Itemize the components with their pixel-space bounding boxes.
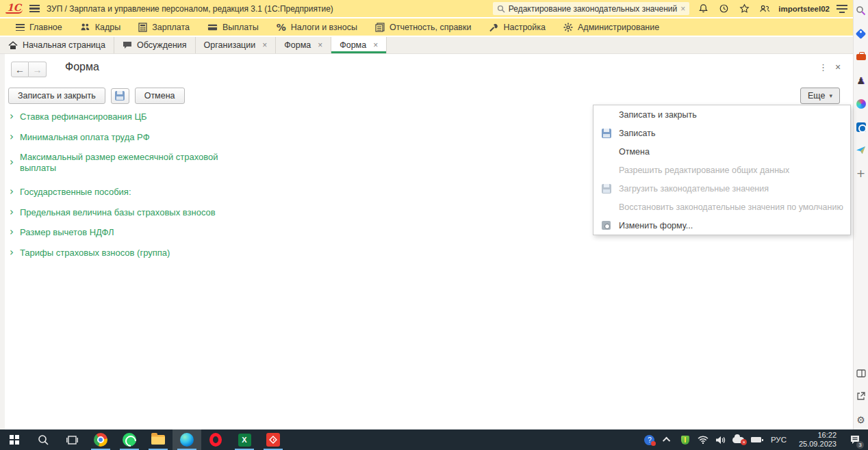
menu-item-restore-default-values: Восстановить законодательные значения по… xyxy=(593,198,850,216)
tree-item-label: Максимальный размер ежемесячной страхово… xyxy=(20,152,238,173)
taskbar-chrome-icon[interactable] xyxy=(86,429,115,450)
window-close-icon[interactable]: × xyxy=(835,62,841,72)
tree-item-label: Предельная величина базы страховых взнос… xyxy=(20,207,216,218)
menu-item-change-form[interactable]: Изменить форму... xyxy=(593,216,850,235)
search-query-text: Редактирование законодательных значений xyxy=(509,4,677,14)
search-clear-icon[interactable]: × xyxy=(680,4,685,14)
menu-item-glavnoe[interactable]: Главное xyxy=(7,18,71,36)
window-menu-dots-icon[interactable]: ⋮ xyxy=(819,62,828,72)
start-button[interactable] xyxy=(0,429,29,450)
save-button[interactable] xyxy=(111,88,129,104)
taskbar-opera-icon[interactable] xyxy=(201,429,230,450)
notification-count-badge: 3 xyxy=(856,441,864,449)
tray-onedrive-error-icon[interactable] xyxy=(731,429,746,450)
tray-wifi-icon[interactable] xyxy=(695,429,711,450)
tab-home[interactable]: Начальная страница xyxy=(0,37,114,53)
sidebar-outlook-icon[interactable] xyxy=(855,121,867,133)
action-center-button[interactable]: 3 xyxy=(845,429,865,450)
tree-item-min-wage[interactable]: › Минимальная оплата труда РФ xyxy=(10,132,297,143)
command-bar: Записать и закрыть Отмена xyxy=(8,88,185,104)
tree-item-state-benefits[interactable]: › Государственные пособия: xyxy=(10,187,297,198)
save-icon xyxy=(602,129,611,138)
gear-icon xyxy=(563,23,573,32)
more-button[interactable]: Еще ▾ xyxy=(800,88,840,104)
tab-discussions[interactable]: Обсуждения xyxy=(114,37,196,53)
tray-volume-icon[interactable] xyxy=(713,429,728,450)
tray-chevron-up-icon[interactable] xyxy=(660,429,675,450)
load-values-icon xyxy=(602,184,611,194)
task-view-icon xyxy=(66,435,78,445)
taskbar-search-button[interactable] xyxy=(29,429,58,450)
tree-item-contribution-tariffs[interactable]: › Тарифы страховых взносов (группа) xyxy=(10,248,297,259)
tray-battery-icon[interactable] xyxy=(749,429,764,450)
task-view-button[interactable] xyxy=(58,429,86,450)
sections-icon xyxy=(16,24,25,31)
menu-item-nastroika[interactable]: Настройка xyxy=(480,18,554,36)
tab-close-icon[interactable]: × xyxy=(373,40,378,50)
back-button[interactable]: ← xyxy=(11,62,29,77)
favorites-star-icon[interactable] xyxy=(737,2,751,16)
cancel-button[interactable]: Отмена xyxy=(135,88,185,104)
tree-item-max-insurance-payment[interactable]: › Максимальный размер ежемесячной страхо… xyxy=(10,152,297,173)
save-and-close-button[interactable]: Записать и закрыть xyxy=(8,88,105,104)
menu-item-save[interactable]: Записать xyxy=(593,124,850,142)
sidebar-search-icon[interactable] xyxy=(855,5,867,16)
history-icon[interactable] xyxy=(717,2,730,16)
tray-clock[interactable]: 16:22 25.09.2023 xyxy=(793,431,842,449)
taskbar-excel-icon[interactable]: X xyxy=(230,429,259,450)
taskbar-edge-icon[interactable] xyxy=(173,429,201,450)
tab-organizations[interactable]: Организации × xyxy=(196,37,277,53)
tree-item-label: Размер вычетов НДФЛ xyxy=(20,227,114,238)
sidebar-add-icon[interactable]: + xyxy=(855,168,867,179)
left-margin-strip xyxy=(0,54,5,429)
taskbar-file-explorer-icon[interactable] xyxy=(144,429,173,450)
sidebar-settings-gear-icon[interactable]: ⚙ xyxy=(855,414,867,425)
forward-button[interactable]: → xyxy=(29,62,47,77)
menu-label: Налоги и взносы xyxy=(291,23,357,32)
1c-logo-icon: 1С xyxy=(5,3,23,14)
menu-item-kadry[interactable]: Кадры xyxy=(71,18,129,36)
tab-close-icon[interactable]: × xyxy=(262,40,267,50)
global-search-input[interactable]: Редактирование законодательных значений … xyxy=(493,2,689,15)
caret-down-icon: ▾ xyxy=(829,92,832,99)
tree-item-refinance-rate[interactable]: › Ставка рефинансирования ЦБ xyxy=(10,111,297,122)
tray-date: 25.09.2023 xyxy=(799,440,837,448)
sidebar-shopping-tag-icon[interactable] xyxy=(855,28,867,40)
service-menu-icon[interactable] xyxy=(837,5,847,13)
menu-item-zarplata[interactable]: Зарплата xyxy=(129,18,199,36)
main-menu-icon[interactable] xyxy=(29,5,40,12)
tab-forma-1[interactable]: Форма × xyxy=(276,37,331,53)
tray-language-label[interactable]: РУС xyxy=(767,436,791,444)
sidebar-panel-icon[interactable] xyxy=(855,367,867,379)
menu-item-administrirovanie[interactable]: Администрирование xyxy=(554,18,668,36)
sidebar-external-link-icon[interactable] xyxy=(855,391,867,402)
tab-forma-2-active[interactable]: Форма × xyxy=(331,37,387,53)
notifications-bell-icon[interactable] xyxy=(696,2,710,16)
sidebar-m365-icon[interactable] xyxy=(855,98,867,109)
sidebar-send-plane-icon[interactable] xyxy=(855,144,867,156)
sidebar-games-pawn-icon[interactable]: ♟ xyxy=(855,75,867,86)
chevron-right-icon: › xyxy=(10,207,14,217)
browser-sidebar: ♟ + ⚙ xyxy=(853,0,868,429)
tab-label: Начальная страница xyxy=(23,40,105,50)
tree-item-contribution-base-limit[interactable]: › Предельная величина базы страховых взн… xyxy=(10,207,297,218)
menu-item-label: Восстановить законодательные значения по… xyxy=(619,202,843,212)
menu-item-save-and-close[interactable]: Записать и закрыть xyxy=(593,105,850,124)
tab-close-icon[interactable]: × xyxy=(318,40,322,50)
menu-item-cancel[interactable]: Отмена xyxy=(593,142,850,161)
sidebar-briefcase-icon[interactable] xyxy=(855,51,867,63)
tree-item-ndfl-deductions[interactable]: › Размер вычетов НДФЛ xyxy=(10,227,297,238)
menu-item-nalogi[interactable]: % Налоги и взносы xyxy=(268,18,366,36)
menu-item-otchetnost[interactable]: Отчетность, справки xyxy=(366,18,481,36)
menu-item-vyplaty[interactable]: Выплаты xyxy=(199,18,268,36)
tray-antivirus-shield-icon[interactable] xyxy=(678,429,693,450)
chevron-right-icon: › xyxy=(10,187,14,197)
taskbar-redapp-icon[interactable] xyxy=(259,429,288,450)
more-button-label: Еще xyxy=(808,91,825,101)
chevron-right-icon: › xyxy=(10,227,14,237)
current-user-label[interactable]: importsteel02 xyxy=(778,5,830,13)
tray-help-icon[interactable]: ? xyxy=(642,429,657,450)
users-icon[interactable] xyxy=(758,2,771,16)
menu-item-label: Изменить форму... xyxy=(619,221,693,230)
taskbar-whatsapp-icon[interactable] xyxy=(115,429,144,450)
